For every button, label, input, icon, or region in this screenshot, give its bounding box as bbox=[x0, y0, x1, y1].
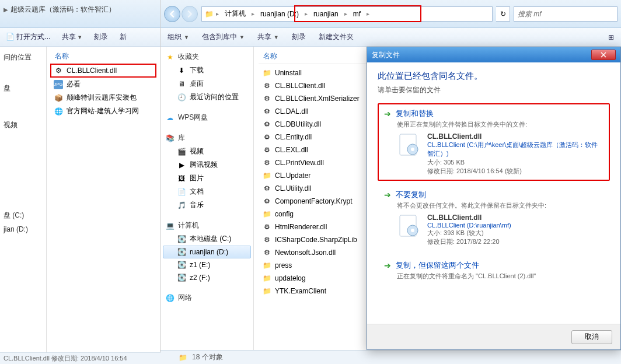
dialog-footer: 取消 bbox=[367, 324, 620, 349]
dialog-heading: 此位置已经包含同名文件。 bbox=[378, 71, 610, 82]
option-keep-both[interactable]: ➔ 复制，但保留这两个文件 正在复制的文件将重命名为 "CL.BLLClient… bbox=[378, 255, 610, 289]
nav-desktop[interactable]: 🖥桌面 bbox=[163, 77, 251, 90]
drive-icon: 💽 bbox=[177, 247, 186, 257]
video-icon: ▶ bbox=[177, 160, 186, 170]
nav-music[interactable]: 🎵音乐 bbox=[163, 198, 251, 212]
nav-drive-f[interactable]: 💽z2 (F:) bbox=[163, 271, 251, 284]
file-name: 必看 bbox=[67, 79, 81, 89]
file-row-dll[interactable]: ⚙ CL.BLLClient.dll bbox=[50, 64, 156, 78]
nav-libraries[interactable]: 📚库 bbox=[163, 131, 251, 145]
dll-icon: ⚙ bbox=[262, 184, 271, 193]
library-icon: 📚 bbox=[165, 134, 175, 143]
arrow-right-icon: ➔ bbox=[384, 109, 391, 118]
organize-button[interactable]: 组织▼ bbox=[168, 32, 189, 42]
new-folder-button[interactable]: 新建文件夹 bbox=[319, 32, 354, 42]
nav-drive-d[interactable]: 💽ruanjian (D:) bbox=[163, 246, 251, 258]
chevron-right-icon[interactable]: ▸ bbox=[250, 10, 256, 17]
chevron-right-icon[interactable]: ▸ bbox=[215, 10, 220, 17]
dll-icon: ⚙ bbox=[262, 120, 271, 129]
address-bar[interactable]: 📁 ▸ 计算机 ▸ ruanjian (D:) ▸ ruanjian ▸ mf … bbox=[201, 6, 493, 22]
file-row-exe[interactable]: 📦 颠峰特训云题库安装包 bbox=[50, 91, 156, 104]
nav-pictures[interactable]: 🖼图片 bbox=[163, 172, 251, 185]
burn-button[interactable]: 刻录 bbox=[94, 32, 108, 42]
drive-icon: 💽 bbox=[177, 260, 186, 270]
share-button[interactable]: 共享▼ bbox=[257, 32, 279, 42]
share-button[interactable]: 共享▼ bbox=[62, 32, 82, 42]
left-toolbar: 📄 打开方式... 共享▼ 刻录 新 bbox=[0, 28, 160, 47]
view-options-button[interactable]: ⊞ bbox=[608, 33, 614, 41]
file-path: CL.BLLClient (C:\用户\keer\桌面\超级云题库（激活码：软件… bbox=[427, 141, 603, 158]
option-copy-replace[interactable]: ➔ 复制和替换 使用正在复制的文件替换目标文件夹中的文件: CL.BLLClie… bbox=[378, 103, 610, 181]
left-breadcrumb-text: 超级云题库（激活码：软件智汇） bbox=[11, 5, 116, 15]
search-box[interactable] bbox=[514, 6, 617, 22]
crumb-mf[interactable]: mf bbox=[350, 9, 364, 19]
nav-drive-e[interactable]: 💽z1 (E:) bbox=[163, 258, 251, 271]
include-in-library-button[interactable]: 包含到库中▼ bbox=[202, 32, 245, 42]
refresh-button[interactable]: ↻ bbox=[496, 6, 510, 22]
svg-point-5 bbox=[411, 229, 414, 232]
nav-disk[interactable]: 盘 bbox=[2, 81, 44, 96]
music-icon: 🎵 bbox=[177, 201, 186, 210]
nav-tencent-video[interactable]: ▶腾讯视频 bbox=[163, 158, 251, 172]
left-titlebar: ▶ 超级云题库（激活码：软件智汇） bbox=[0, 0, 160, 28]
dll-icon: ⚙ bbox=[262, 197, 271, 206]
close-button[interactable] bbox=[591, 50, 616, 60]
left-file-list: 名称 ⚙ CL.BLLClient.dll JPG 必看 📦 颠峰特训云题库安装… bbox=[47, 47, 160, 364]
chevron-right-icon[interactable]: ▸ bbox=[303, 10, 309, 17]
main-statusbar: 📁 18 个对象 bbox=[161, 350, 621, 364]
dialog-titlebar: 复制文件 bbox=[367, 47, 620, 62]
file-name: CL.BLLClient.dll bbox=[427, 132, 603, 141]
chevron-right-icon[interactable]: ▸ bbox=[365, 10, 371, 17]
crumb-ruanjian[interactable]: ruanjian bbox=[310, 9, 342, 19]
arrow-right-icon: ➔ bbox=[384, 190, 391, 200]
nav-videos[interactable]: 🎬视频 bbox=[163, 145, 251, 158]
file-row-url[interactable]: 🌐 官方网站-建筑人学习网 bbox=[50, 104, 156, 118]
column-header-name[interactable]: 名称 bbox=[50, 49, 156, 64]
dll-icon: ⚙ bbox=[262, 145, 271, 155]
nav-wps[interactable]: ☁WPS网盘 bbox=[163, 111, 251, 124]
back-button[interactable] bbox=[164, 6, 180, 22]
file-gear-icon bbox=[397, 132, 421, 157]
arrow-right-icon: ➔ bbox=[384, 261, 391, 270]
nav-documents[interactable]: 📄文档 bbox=[163, 185, 251, 198]
nav-downloads[interactable]: ⬇下载 bbox=[163, 64, 251, 77]
forward-button[interactable] bbox=[182, 6, 198, 22]
left-breadcrumb[interactable]: ▶ 超级云题库（激活码：软件智汇） bbox=[0, 0, 160, 19]
file-name: ComponentFactory.Krypt bbox=[275, 197, 353, 205]
crumb-drive-d[interactable]: ruanjian (D:) bbox=[257, 9, 302, 19]
video-icon: 🎬 bbox=[177, 147, 186, 156]
nav-computer[interactable]: 💻计算机 bbox=[163, 219, 251, 232]
dll-icon: ⚙ bbox=[262, 81, 271, 90]
nav-network[interactable]: 🌐网络 bbox=[163, 291, 251, 304]
nav-disk-c[interactable]: 盘 (C:) bbox=[2, 208, 44, 223]
option-dont-copy[interactable]: ➔ 不要复制 将不会更改任何文件。将此文件保留在目标文件夹中: CL.BLLCl… bbox=[378, 184, 610, 251]
status-text: 18 个对象 bbox=[192, 352, 223, 362]
nav-jian-d[interactable]: jian (D:) bbox=[2, 223, 44, 236]
network-icon: 🌐 bbox=[165, 293, 175, 303]
file-row-jpg[interactable]: JPG 必看 bbox=[50, 78, 156, 91]
burn-button[interactable]: 刻录 bbox=[292, 32, 306, 42]
file-size: 大小: 305 KB bbox=[427, 158, 603, 167]
option-title: 复制和替换 bbox=[396, 108, 434, 119]
cancel-button[interactable]: 取消 bbox=[571, 330, 612, 344]
search-input[interactable] bbox=[518, 10, 613, 18]
new-button[interactable]: 新 bbox=[120, 32, 127, 42]
dll-icon: ⚙ bbox=[262, 158, 271, 167]
navigation-pane: ★收藏夹 ⬇下载 🖥桌面 🕘最近访问的位置 ☁WPS网盘 📚库 🎬视频 ▶腾讯视… bbox=[161, 47, 254, 352]
dll-icon: ⚙ bbox=[262, 132, 271, 142]
crumb-computer[interactable]: 计算机 bbox=[221, 8, 249, 20]
file-name: CL.Utility.dll bbox=[275, 184, 311, 192]
installer-icon: 📦 bbox=[54, 93, 63, 103]
dialog-title-text: 复制文件 bbox=[372, 50, 400, 60]
file-name: CL.Updater bbox=[275, 172, 310, 180]
option-desc: 将不会更改任何文件。将此文件保留在目标文件夹中: bbox=[397, 201, 603, 210]
nav-recent[interactable]: 🕘最近访问的位置 bbox=[163, 90, 251, 104]
option-desc: 正在复制的文件将重命名为 "CL.BLLClient (2).dll" bbox=[397, 272, 603, 281]
nav-drive-c[interactable]: 💽本地磁盘 (C:) bbox=[163, 232, 251, 246]
open-with-button[interactable]: 📄 打开方式... bbox=[6, 32, 50, 42]
main-topbar: 📁 ▸ 计算机 ▸ ruanjian (D:) ▸ ruanjian ▸ mf … bbox=[161, 0, 621, 28]
nav-video[interactable]: 视频 bbox=[2, 118, 44, 132]
nav-favorites[interactable]: ★收藏夹 bbox=[163, 50, 251, 64]
chevron-right-icon[interactable]: ▸ bbox=[343, 10, 348, 17]
nav-recent[interactable]: 问的位置 bbox=[2, 50, 44, 65]
